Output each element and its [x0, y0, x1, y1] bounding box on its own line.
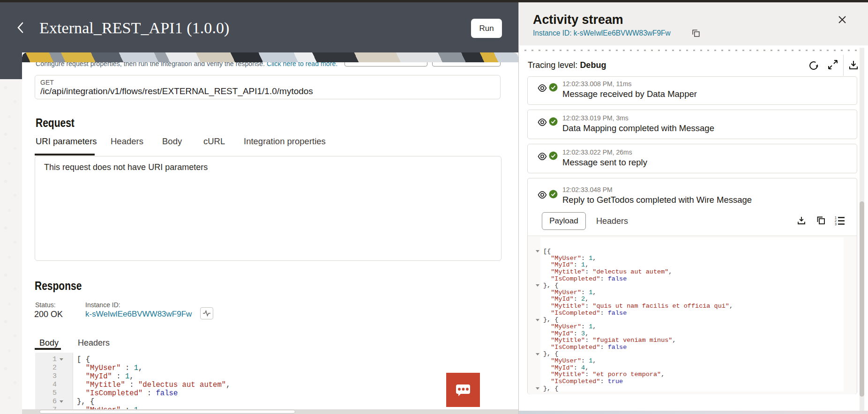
svg-text:2: 2: [835, 219, 837, 222]
svg-text:3: 3: [835, 222, 837, 226]
svg-text:1: 1: [835, 216, 837, 219]
